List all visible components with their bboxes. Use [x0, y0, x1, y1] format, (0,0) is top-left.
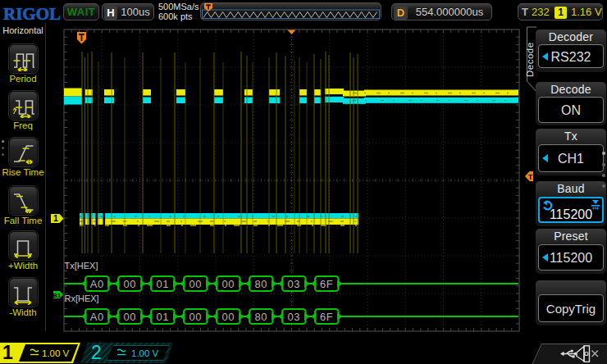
svg-text:01: 01 — [156, 311, 168, 323]
svg-text:80: 80 — [254, 278, 267, 290]
svg-text:01: 01 — [156, 278, 168, 290]
svg-text:00: 00 — [221, 311, 234, 323]
svg-text:Tx[HEX]: Tx[HEX] — [65, 261, 98, 271]
svg-text:B1: B1 — [52, 292, 62, 299]
svg-text:03: 03 — [287, 311, 299, 323]
svg-text:Rx[HEX]: Rx[HEX] — [65, 293, 99, 303]
svg-text:03: 03 — [287, 278, 299, 290]
svg-text:80: 80 — [254, 311, 267, 323]
svg-text:00: 00 — [189, 278, 201, 290]
svg-text:A0: A0 — [90, 278, 104, 290]
svg-text:6F: 6F — [320, 311, 333, 323]
svg-text:00: 00 — [221, 278, 234, 290]
svg-text:A0: A0 — [90, 311, 104, 323]
svg-text:6F: 6F — [320, 278, 333, 290]
svg-text:00: 00 — [189, 311, 201, 323]
svg-text:00: 00 — [123, 311, 135, 323]
svg-text:T: T — [528, 173, 533, 181]
svg-text:1: 1 — [53, 213, 58, 223]
svg-text:00: 00 — [123, 278, 135, 290]
